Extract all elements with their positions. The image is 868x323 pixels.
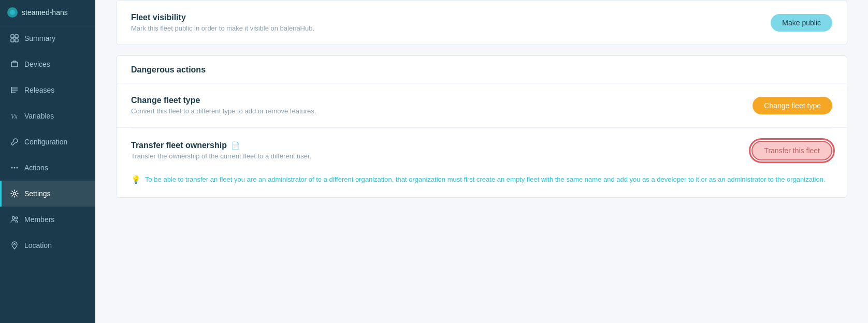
- app-logo: [7, 7, 18, 18]
- transfer-top-row: Transfer fleet ownership 📄 Transfer the …: [131, 141, 832, 167]
- fleet-visibility-row: Fleet visibility Mark this fleet public …: [117, 1, 847, 45]
- variables-icon: Vx: [10, 111, 19, 121]
- sidebar-item-configuration[interactable]: Configuration: [0, 129, 95, 155]
- transfer-fleet-button[interactable]: Transfer this fleet: [751, 141, 832, 160]
- app-name: steamed-hans: [22, 8, 68, 17]
- change-fleet-type-button[interactable]: Change fleet type: [753, 97, 832, 114]
- sidebar-item-devices[interactable]: Devices: [0, 51, 95, 77]
- svg-rect-2: [15, 35, 18, 38]
- svg-point-15: [12, 217, 15, 219]
- transfer-info: Transfer fleet ownership 📄 Transfer the …: [131, 141, 311, 167]
- gear-icon: [10, 189, 19, 198]
- sidebar-nav: Summary Devices Releases: [0, 25, 95, 323]
- svg-point-16: [16, 217, 18, 219]
- sidebar-item-label: Devices: [24, 60, 50, 68]
- sidebar-item-label: Location: [24, 241, 52, 249]
- sidebar-item-label: Actions: [24, 164, 48, 172]
- svg-point-0: [10, 10, 15, 15]
- sidebar-item-location[interactable]: Location: [0, 232, 95, 258]
- sidebar-item-variables[interactable]: Vx Variables: [0, 103, 95, 129]
- transfer-ownership-section: Transfer fleet ownership 📄 Transfer the …: [117, 128, 847, 197]
- sidebar-item-label: Settings: [24, 189, 51, 198]
- doc-icon: 📄: [231, 141, 240, 150]
- change-fleet-type-description: Convert this fleet to a different type t…: [131, 107, 316, 115]
- dangerous-actions-card: Dangerous actions Change fleet type Conv…: [116, 55, 847, 198]
- fleet-visibility-card: Fleet visibility Mark this fleet public …: [116, 0, 847, 45]
- svg-rect-4: [15, 39, 18, 42]
- make-public-button[interactable]: Make public: [771, 14, 832, 32]
- dangerous-actions-header: Dangerous actions: [117, 56, 847, 83]
- svg-point-12: [14, 167, 16, 169]
- dots-icon: [10, 163, 19, 172]
- sidebar-item-label: Variables: [24, 112, 54, 120]
- sidebar-item-members[interactable]: Members: [0, 207, 95, 232]
- transfer-ownership-title: Transfer fleet ownership 📄: [131, 141, 311, 150]
- svg-point-14: [13, 193, 16, 195]
- change-fleet-type-title: Change fleet type: [131, 96, 316, 105]
- transfer-info-note: 💡 To be able to transfer an fleet you ar…: [131, 174, 832, 185]
- sidebar-item-label: Summary: [24, 34, 55, 42]
- sidebar-item-actions[interactable]: Actions: [0, 155, 95, 181]
- wrench-icon: [10, 137, 19, 146]
- fleet-visibility-description: Mark this fleet public in order to make …: [131, 24, 314, 32]
- fleet-visibility-title: Fleet visibility: [131, 13, 314, 22]
- dangerous-actions-title: Dangerous actions: [131, 65, 832, 75]
- main-content: Fleet visibility Mark this fleet public …: [95, 0, 868, 323]
- sidebar-item-label: Members: [24, 215, 54, 224]
- svg-rect-3: [11, 39, 14, 42]
- svg-rect-1: [11, 35, 14, 38]
- members-icon: [10, 215, 19, 224]
- sidebar-item-summary[interactable]: Summary: [0, 25, 95, 51]
- fleet-visibility-info: Fleet visibility Mark this fleet public …: [131, 13, 314, 32]
- svg-point-17: [14, 244, 16, 245]
- bulb-icon: 💡: [131, 175, 141, 184]
- svg-point-13: [17, 167, 18, 169]
- svg-text:Vx: Vx: [11, 113, 18, 120]
- sidebar-item-releases[interactable]: Releases: [0, 77, 95, 103]
- sidebar-item-settings[interactable]: Settings: [0, 181, 95, 207]
- sidebar-item-label: Configuration: [24, 138, 67, 146]
- sidebar-item-label: Releases: [24, 86, 54, 94]
- cube-icon: [10, 60, 19, 69]
- transfer-note-text: To be able to transfer an fleet you are …: [145, 174, 826, 185]
- change-fleet-type-row: Change fleet type Convert this fleet to …: [117, 83, 847, 128]
- transfer-ownership-description: Transfer the ownership of the current fl…: [131, 152, 311, 160]
- change-fleet-type-info: Change fleet type Convert this fleet to …: [131, 96, 316, 115]
- sidebar-header: steamed-hans: [0, 0, 95, 25]
- location-icon: [10, 241, 19, 250]
- grid-icon: [10, 34, 19, 43]
- sidebar: steamed-hans Summary Devices: [0, 0, 95, 323]
- svg-rect-5: [11, 62, 18, 67]
- list-icon: [10, 85, 19, 95]
- svg-point-11: [11, 167, 13, 169]
